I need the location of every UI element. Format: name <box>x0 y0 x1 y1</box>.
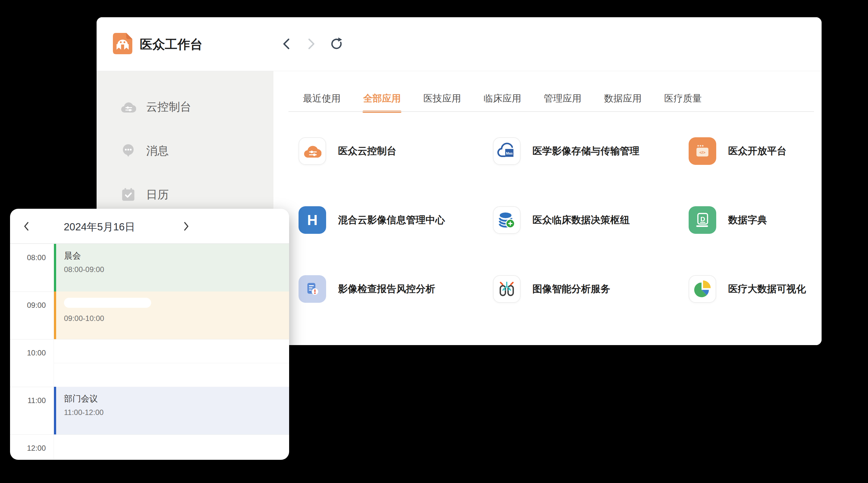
letter-h-icon: H <box>299 206 326 234</box>
database-plus-icon <box>493 206 521 234</box>
tab-medtech-apps[interactable]: 医技应用 <box>423 93 461 104</box>
dictionary-icon: D <box>689 206 716 234</box>
app-label: 混合云影像信息管理中心 <box>338 214 445 227</box>
app-label: 数据字典 <box>728 214 767 227</box>
app-label: 医疗大数据可视化 <box>728 282 806 296</box>
event-time-range: 08:00-09:00 <box>64 265 289 274</box>
window-header: 医众工作台 <box>97 17 822 71</box>
app-clinical-data-hub[interactable]: 医众临床数据决策枢纽 <box>493 206 630 234</box>
time-label: 11:00 <box>10 396 46 405</box>
chevron-right-icon <box>182 221 191 232</box>
app-label: 医众临床数据决策枢纽 <box>532 214 630 227</box>
calendar-next-day-button[interactable] <box>179 219 193 233</box>
hour-gridline <box>10 434 289 435</box>
app-hybrid-cloud-imaging[interactable]: H 混合云影像信息管理中心 <box>299 206 445 234</box>
nav-back-button[interactable] <box>279 37 293 51</box>
app-image-ai-analysis[interactable]: 图像智能分析服务 <box>493 275 610 303</box>
app-open-platform[interactable]: </> 医众开放平台 <box>689 137 786 165</box>
time-label: 09:00 <box>10 301 46 310</box>
app-logo-icon <box>113 33 132 54</box>
nav-forward-button[interactable] <box>304 37 319 51</box>
code-window-icon: </> <box>689 137 716 165</box>
half-hour-gridline <box>54 363 289 363</box>
tab-all-apps[interactable]: 全部应用 <box>363 93 401 104</box>
sidebar-item-label: 日历 <box>146 187 169 202</box>
mas-cloud-icon: Mas <box>493 137 521 165</box>
event-title: 部门会议 <box>64 393 289 404</box>
event-title: 晨会 <box>64 250 289 261</box>
sidebar-item-cloud-console[interactable]: 云控制台 <box>120 98 274 116</box>
event-time-range: 09:00-10:00 <box>64 314 289 323</box>
svg-text:Mas: Mas <box>506 151 513 155</box>
lungs-icon <box>493 275 521 303</box>
tab-quality[interactable]: 医疗质量 <box>664 93 702 104</box>
app-label: 医众开放平台 <box>728 144 786 158</box>
sidebar-item-label: 云控制台 <box>146 99 191 115</box>
report-alert-icon <box>299 275 326 303</box>
tab-admin-apps[interactable]: 管理应用 <box>544 93 581 104</box>
time-label: 08:00 <box>10 253 46 262</box>
calendar-header: 2024年5月16日 <box>10 209 289 244</box>
app-big-data-visualization[interactable]: 医疗大数据可视化 <box>689 275 806 303</box>
chevron-right-icon <box>306 37 317 51</box>
app-label: 图像智能分析服务 <box>532 282 610 296</box>
tab-bar: 最近使用 全部应用 医技应用 临床应用 管理应用 数据应用 医疗质量 <box>303 93 702 104</box>
calendar-prev-day-button[interactable] <box>20 219 33 233</box>
calendar-event-department-meeting[interactable]: 部门会议 11:00-12:00 <box>54 387 289 434</box>
app-content: 最近使用 全部应用 医技应用 临床应用 管理应用 数据应用 医疗质量 <box>274 71 822 345</box>
calendar-event-morning-meeting[interactable]: 晨会 08:00-09:00 <box>54 244 289 291</box>
cloud-settings-icon <box>299 137 326 165</box>
nav-refresh-button[interactable] <box>329 37 344 51</box>
tab-recent[interactable]: 最近使用 <box>303 93 341 104</box>
calendar-icon <box>120 187 136 202</box>
tab-data-apps[interactable]: 数据应用 <box>604 93 642 104</box>
window-title: 医众工作台 <box>140 35 203 54</box>
event-color-bar <box>54 244 56 291</box>
tab-divider <box>288 111 814 112</box>
event-color-bar <box>54 387 56 434</box>
app-data-dictionary[interactable]: D 数据字典 <box>689 206 767 234</box>
refresh-icon <box>329 37 344 51</box>
chevron-left-icon <box>281 37 292 51</box>
app-medical-imaging-pacs[interactable]: Mas 医学影像存储与传输管理 <box>493 137 640 165</box>
event-time-range: 11:00-12:00 <box>64 408 289 417</box>
app-cloud-console[interactable]: 医众云控制台 <box>299 137 396 165</box>
pie-chart-icon <box>689 275 716 303</box>
time-label: 12:00 <box>10 444 46 453</box>
app-label: 影像检查报告风控分析 <box>338 282 435 296</box>
event-title-redacted-pill <box>64 298 151 308</box>
app-label: 医众云控制台 <box>338 144 396 158</box>
message-icon <box>120 143 136 159</box>
sidebar-item-messages[interactable]: 消息 <box>120 142 274 160</box>
calendar-event-redacted[interactable]: 09:00-10:00 <box>54 291 289 339</box>
event-color-bar <box>54 291 56 339</box>
app-report-risk-analysis[interactable]: 影像检查报告风控分析 <box>299 275 435 303</box>
tab-clinical-apps[interactable]: 临床应用 <box>484 93 521 104</box>
cloud-console-icon <box>120 99 136 115</box>
sidebar-item-label: 消息 <box>146 143 169 159</box>
sidebar-item-calendar[interactable]: 日历 <box>120 186 274 203</box>
time-label: 10:00 <box>10 349 46 357</box>
svg-text:D: D <box>700 215 705 223</box>
calendar-panel: 2024年5月16日 08:00 09:00 10:00 11:00 12:00… <box>10 209 289 460</box>
chevron-left-icon <box>22 221 31 232</box>
calendar-date-label: 2024年5月16日 <box>48 220 151 234</box>
svg-text:</>: </> <box>699 150 706 155</box>
hour-gridline <box>10 339 289 340</box>
calendar-day-grid: 08:00 09:00 10:00 11:00 12:00 晨会 08:00-0… <box>10 244 289 459</box>
app-label: 医学影像存储与传输管理 <box>532 144 640 158</box>
